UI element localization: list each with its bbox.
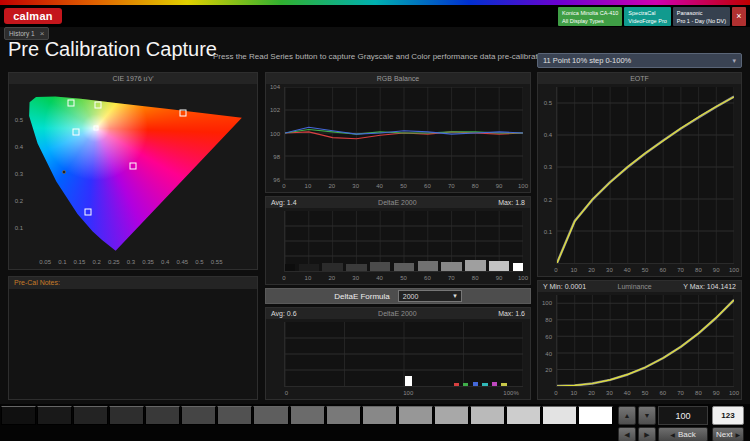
y-tick-label: 20 xyxy=(545,367,552,373)
y-tick-label: 98 xyxy=(273,154,280,160)
cie-x-axis: 0.050.10.150.20.250.30.350.40.450.50.55 xyxy=(28,258,251,268)
x-tick-label: 0.25 xyxy=(108,259,120,265)
pattern-swatch-11[interactable] xyxy=(398,406,433,425)
pattern-swatch-15[interactable] xyxy=(542,406,577,425)
chart-canvas xyxy=(557,295,734,386)
generator-device-mode: VideoForge Pro xyxy=(628,17,666,25)
pattern-swatch-5[interactable] xyxy=(181,406,216,425)
grayscale-deltae-x-axis: 0102030405060708090100 xyxy=(284,273,523,284)
back-button-label: Back xyxy=(678,430,696,439)
pattern-swatch-3[interactable] xyxy=(109,406,144,425)
pattern-swatch-13[interactable] xyxy=(470,406,505,425)
next-button[interactable]: Next ▶ xyxy=(712,427,744,441)
chevron-down-icon: ▾ xyxy=(732,57,736,65)
x-tick-label: 60 xyxy=(424,183,431,189)
generator-device-button[interactable]: SpectraCal VideoForge Pro xyxy=(624,7,670,26)
back-arrow-icon: ◀ xyxy=(670,431,675,438)
precal-notes-input[interactable] xyxy=(9,289,257,399)
x-tick-label: 80 xyxy=(695,390,702,396)
chart-canvas xyxy=(557,87,734,263)
luminance-panel: Y Min: 0.0001 Luminance Y Max: 104.1412 … xyxy=(537,280,742,400)
x-tick-label: 90 xyxy=(496,275,503,281)
numeric-entry-button[interactable]: 123 xyxy=(712,406,744,425)
grayscale-pattern-swatches xyxy=(1,406,613,425)
x-tick-label: 80 xyxy=(472,275,479,281)
x-tick-label: 90 xyxy=(713,390,720,396)
x-tick-label: 50 xyxy=(400,275,407,281)
x-tick-label: 0.4 xyxy=(161,259,169,265)
pattern-swatch-0[interactable] xyxy=(1,406,36,425)
pattern-swatch-1[interactable] xyxy=(37,406,72,425)
deltae-bar xyxy=(482,383,487,386)
x-tick-label: 80 xyxy=(472,183,479,189)
point-series-dropdown[interactable]: 11 Point 10% step 0-100% ▾ xyxy=(537,53,742,68)
x-tick-label: 70 xyxy=(677,390,684,396)
x-tick-label: 20 xyxy=(588,267,595,273)
pattern-swatch-12[interactable] xyxy=(434,406,469,425)
x-tick-label: 60 xyxy=(659,390,666,396)
pattern-swatch-6[interactable] xyxy=(217,406,252,425)
target-marker-white xyxy=(93,126,98,131)
color-deltae-avg: Avg: 0.6 xyxy=(271,308,297,319)
color-deltae-panel: Avg: 0.6 DeltaE 2000 Max: 1.6 0100100% xyxy=(265,307,531,400)
eotf-title: EOTF xyxy=(538,73,741,84)
x-tick-label: 10 xyxy=(305,275,312,281)
x-tick-label: 50 xyxy=(642,267,649,273)
level-up-button[interactable]: ▲ xyxy=(618,406,636,425)
rgb-balance-chart: 1041021009896 0102030405060708090100 xyxy=(266,84,530,192)
y-tick-label: 0.5 xyxy=(15,117,23,123)
x-tick-label: 50 xyxy=(400,183,407,189)
x-tick-label: 40 xyxy=(376,183,383,189)
x-tick-label: 100 xyxy=(518,275,528,281)
pattern-swatch-4[interactable] xyxy=(145,406,180,425)
right-arrow-icon: ▶ xyxy=(644,431,649,439)
x-tick-label: 40 xyxy=(624,267,631,273)
x-tick-label: 0.55 xyxy=(211,259,223,265)
level-down-button[interactable]: ▼ xyxy=(638,406,656,425)
meter-device-button[interactable]: Konica Minolta CA-410 All Display Types xyxy=(558,7,622,26)
pattern-swatch-14[interactable] xyxy=(506,406,541,425)
deltae-formula-label: DeltaE Formula xyxy=(334,292,390,301)
pattern-swatch-10[interactable] xyxy=(362,406,397,425)
pattern-swatch-7[interactable] xyxy=(253,406,288,425)
y-tick-label: 96 xyxy=(273,177,280,183)
luminance-header: Y Min: 0.0001 Luminance Y Max: 104.1412 xyxy=(538,281,741,292)
pattern-swatch-2[interactable] xyxy=(73,406,108,425)
grayscale-deltae-max: Max: 1.8 xyxy=(498,197,525,208)
grayscale-deltae-avg: Avg: 1.4 xyxy=(271,197,297,208)
color-deltae-header: Avg: 0.6 DeltaE 2000 Max: 1.6 xyxy=(266,308,530,319)
pattern-swatch-9[interactable] xyxy=(326,406,361,425)
prev-pattern-button[interactable]: ◀ xyxy=(618,427,636,441)
deltae-formula-dropdown[interactable]: 2000 ▾ xyxy=(398,290,462,302)
x-tick-label: 0 xyxy=(282,183,285,189)
display-device-name: Panasonic xyxy=(677,9,726,17)
display-device-mode: Pro 1 - Day (No DV) xyxy=(677,17,726,25)
x-tick-label: 40 xyxy=(376,275,383,281)
x-tick-label: 30 xyxy=(352,275,359,281)
calman-logo[interactable]: calman xyxy=(4,8,62,24)
y-tick-label: 0.5 xyxy=(544,100,552,106)
tab-close-icon[interactable]: × xyxy=(40,29,45,38)
display-device-button[interactable]: Panasonic Pro 1 - Day (No DV) xyxy=(673,7,730,26)
up-arrow-icon: ▲ xyxy=(624,412,631,419)
x-tick-label: 90 xyxy=(496,183,503,189)
y-tick-label: 0.4 xyxy=(15,144,23,150)
x-tick-label: 60 xyxy=(424,275,431,281)
color-deltae-formula: DeltaE 2000 xyxy=(378,308,417,319)
y-tick-label: 104 xyxy=(270,84,280,90)
x-tick-label: 100 xyxy=(729,267,739,273)
device-close-button[interactable]: × xyxy=(732,7,746,26)
y-tick-label: 0.1 xyxy=(15,225,23,231)
cie-y-axis: 0.50.40.30.20.1 xyxy=(9,87,27,255)
grayscale-deltae-chart: 0102030405060708090100 xyxy=(266,208,530,284)
deltae-bar xyxy=(394,263,414,271)
pattern-swatch-16[interactable] xyxy=(578,406,613,425)
color-deltae-plot xyxy=(284,322,523,387)
cie-chart-panel: CIE 1976 u'v' 0.50.40.30.20.1 0.050.10.1… xyxy=(8,72,258,270)
grayscale-deltae-header: Avg: 1.4 DeltaE 2000 Max: 1.8 xyxy=(266,197,530,208)
pattern-swatch-8[interactable] xyxy=(290,406,325,425)
next-pattern-button[interactable]: ▶ xyxy=(638,427,656,441)
back-button[interactable]: ◀ Back xyxy=(658,427,708,441)
measured-point xyxy=(62,170,66,174)
x-tick-label: 0.2 xyxy=(92,259,100,265)
